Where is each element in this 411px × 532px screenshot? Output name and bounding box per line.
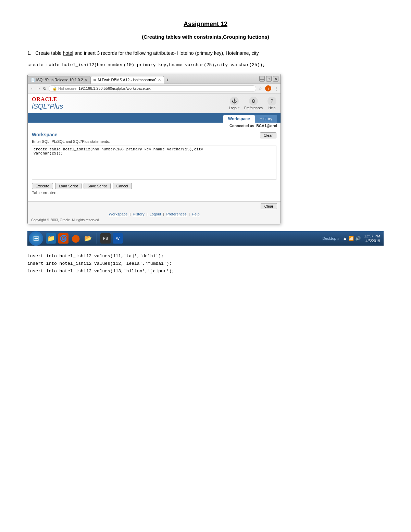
save-script-button[interactable]: Save Script [84, 183, 110, 189]
close-button[interactable]: ✕ [273, 76, 278, 82]
help-icon-item[interactable]: ? Help [267, 97, 276, 110]
taskbar-divider [97, 233, 97, 244]
address-icons: ☆ i ⋮ [258, 85, 278, 91]
logout-icon: ⏻ [230, 97, 239, 106]
title-bar: 📄 iSQL*Plus Release 10.1.0.2 ✕ ✉ M Fwd: … [28, 74, 281, 84]
oracle-logo-text: ORACLE [32, 96, 63, 102]
security-indicator: 🔒 Not secure [52, 86, 76, 91]
execute-button[interactable]: Execute [32, 183, 53, 189]
oracle-nav: Workspace History [28, 114, 281, 123]
workspace-header-row: Workspace Clear [32, 132, 276, 139]
logout-label: Logout [229, 106, 239, 110]
result-text: Table created. [32, 190, 276, 195]
tab-1[interactable]: 📄 iSQL*Plus Release 10.1.0.2 ✕ [28, 76, 90, 84]
taskbar-app-4[interactable]: 📂 [83, 233, 93, 244]
oracle-header-icons: ⏻ Logout ⚙ Preferences ? Help [229, 97, 276, 110]
taskbar-apps: 📁 🌀 ⬤ 📂 PS W [43, 233, 126, 244]
tab-2-icon: ✉ [94, 78, 96, 82]
clear-button-top[interactable]: Clear [260, 132, 276, 138]
oracle-header: ORACLE iSQL*Plus ⏻ Logout ⚙ Preferences … [28, 94, 281, 114]
oracle-content: ORACLE iSQL*Plus ⏻ Logout ⚙ Preferences … [28, 94, 281, 224]
url-box[interactable]: 🔒 Not secure 192.168.1.250:5560/isqlplus… [49, 85, 256, 92]
history-tab[interactable]: History [255, 115, 277, 123]
insert-stmt-2: insert into hotel_ishi12 values(112,'lee… [27, 260, 384, 268]
window-controls: — □ ✕ [257, 76, 281, 82]
maximize-button[interactable]: □ [266, 76, 272, 82]
oracle-logo: ORACLE iSQL*Plus [32, 96, 63, 110]
help-label: Help [269, 106, 276, 110]
insert-stmt-3: insert into hotel_ishi12 values(113,'hil… [27, 268, 384, 275]
tab-2-close[interactable]: ✕ [158, 78, 161, 82]
preferences-label: Preferences [244, 106, 263, 110]
tab-2[interactable]: ✉ M Fwd: DBMS A12 - ishitasharma0 ✕ [90, 76, 164, 84]
tab-1-close[interactable]: ✕ [84, 78, 87, 82]
bottom-copyright: Copyright © 2003, Oracle. All rights res… [28, 218, 281, 224]
minimize-button[interactable]: — [259, 76, 265, 82]
document-subtitle: (Creating tables with constraints,Groupi… [27, 34, 384, 40]
bottom-workspace-link[interactable]: Workspace [109, 212, 127, 216]
cancel-button[interactable]: Cancel [113, 183, 132, 189]
logout-icon-item[interactable]: ⏻ Logout [229, 97, 239, 110]
clock-time: 12:57 PM [364, 234, 380, 238]
bottom-logout-link[interactable]: Logout [150, 212, 161, 216]
workspace-tab[interactable]: Workspace [223, 115, 255, 123]
forward-button[interactable]: → [36, 86, 41, 91]
taskbar: ⊞ 📁 🌀 ⬤ 📂 PS W Desktop » ▲ 📶 🔊 12:57 PM … [27, 231, 384, 246]
insert-statements: insert into hotel_ishi12 values(111,'taj… [27, 252, 384, 275]
taskbar-app-5[interactable]: PS [100, 233, 111, 244]
workspace-buttons: Execute Load Script Save Script Cancel [32, 183, 276, 189]
document-title: Assignment 12 [27, 21, 384, 28]
back-button[interactable]: ← [30, 86, 34, 91]
oracle-bottom: Clear Workspace | History | Logout | Pre… [28, 201, 281, 224]
tab-2-label: M Fwd: DBMS A12 - ishitasharma0 [98, 78, 156, 82]
taskbar-right: Desktop » ▲ 📶 🔊 12:57 PM 4/5/2019 [322, 234, 384, 244]
menu-icon[interactable]: ⋮ [274, 86, 278, 91]
preferences-icon: ⚙ [249, 97, 258, 106]
start-icon: ⊞ [33, 234, 39, 243]
bottom-history-link[interactable]: History [133, 212, 144, 216]
taskbar-app-2[interactable]: 🌀 [58, 233, 68, 244]
connected-user: BCA1@orcl [256, 124, 277, 128]
system-tray-icons: ▲ 📶 🔊 [343, 236, 361, 241]
workspace-title: Workspace [32, 132, 57, 137]
insert-stmt-1: insert into hotel_ishi12 values(111,'taj… [27, 252, 384, 260]
bottom-help-link[interactable]: Help [192, 212, 200, 216]
url-text: 192.168.1.250:5560/isqlplus/workspace.ui… [78, 86, 150, 90]
taskbar-app-3[interactable]: ⬤ [71, 233, 81, 244]
reload-button[interactable]: ↻ [43, 86, 47, 91]
load-script-button[interactable]: Load Script [55, 183, 82, 189]
question-number: 1. [27, 50, 32, 56]
new-tab-button[interactable]: + [164, 76, 171, 84]
bottom-nav: Workspace | History | Logout | Preferenc… [28, 211, 281, 218]
oracle-isqlplus-text: iSQL*Plus [32, 102, 63, 110]
desktop-label: Desktop » [322, 236, 339, 240]
start-button[interactable]: ⊞ [29, 231, 43, 246]
workspace-subtitle: Enter SQL, PL/SQL and SQL*Plus statement… [32, 139, 276, 144]
profile-icon[interactable]: i [265, 85, 271, 91]
help-icon: ? [267, 97, 276, 106]
bookmark-icon[interactable]: ☆ [258, 86, 262, 91]
clock-date: 4/5/2019 [364, 238, 380, 243]
taskbar-time: 12:57 PM 4/5/2019 [364, 234, 380, 244]
workspace-area: Workspace Clear Enter SQL, PL/SQL and SQ… [28, 129, 281, 201]
connected-bar: Connected as BCA1@orcl [28, 123, 281, 129]
tab-1-icon: 📄 [31, 78, 35, 82]
bottom-preferences-link[interactable]: Preferences [166, 212, 186, 216]
clear-button-bottom[interactable]: Clear [261, 203, 277, 209]
connected-label: Connected as [229, 124, 254, 128]
sql-input[interactable]: create table hotel_ishi12(hno number(10)… [32, 146, 276, 180]
preferences-icon-item[interactable]: ⚙ Preferences [244, 97, 263, 110]
question-1: 1. Create table hotel and insert 3 recor… [27, 49, 384, 57]
tab-strip: 📄 iSQL*Plus Release 10.1.0.2 ✕ ✉ M Fwd: … [28, 74, 257, 84]
bottom-clear-row: Clear [28, 202, 281, 211]
create-table-code: create table hotel_ishi12(hno number(10)… [27, 62, 384, 69]
address-bar: ← → ↻ 🔒 Not secure 192.168.1.250:5560/is… [28, 84, 281, 94]
tab-1-label: iSQL*Plus Release 10.1.0.2 [36, 78, 83, 82]
taskbar-app-6[interactable]: W [113, 233, 123, 244]
browser-window: 📄 iSQL*Plus Release 10.1.0.2 ✕ ✉ M Fwd: … [27, 74, 281, 224]
taskbar-app-1[interactable]: 📁 [46, 233, 56, 244]
